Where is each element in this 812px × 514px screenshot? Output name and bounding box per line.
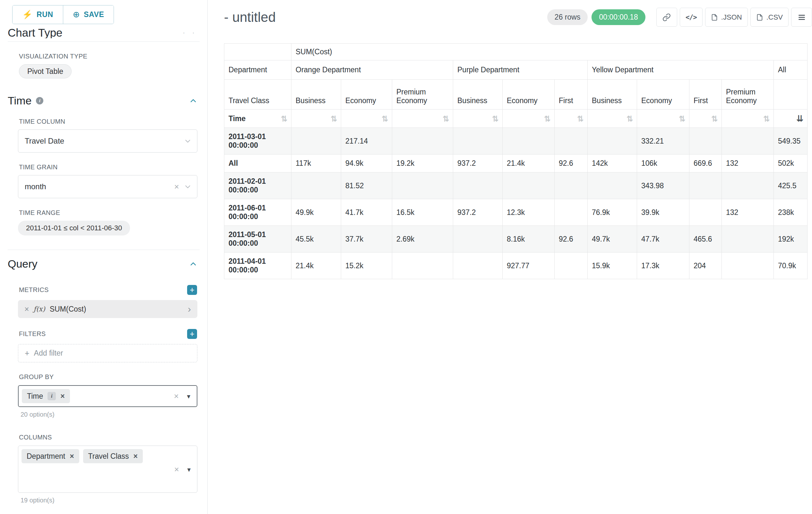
- pivot-metric-header: SUM(Cost): [291, 44, 808, 60]
- time-grain-label: TIME GRAIN: [19, 164, 197, 171]
- visualization-type-chip[interactable]: Pivot Table: [19, 64, 71, 78]
- sort-icon[interactable]: ⇅: [330, 114, 337, 123]
- time-range-chip[interactable]: 2011-01-01 ≤ col < 2011-06-30: [18, 221, 130, 236]
- time-column-select[interactable]: Travel Date: [18, 130, 197, 153]
- time-range-label: TIME RANGE: [19, 209, 197, 217]
- pivot-value-cell: 94.9k: [341, 155, 392, 172]
- pivot-value-cell: 70.9k: [774, 252, 808, 279]
- pivot-value-cell: [689, 128, 722, 155]
- pivot-value-cell: 465.6: [689, 226, 722, 252]
- sort-icon[interactable]: ⇅: [763, 114, 770, 123]
- copy-link-button[interactable]: [656, 8, 677, 27]
- sort-header-cell[interactable]: ⇅: [689, 110, 722, 128]
- sort-icon[interactable]: ⇅: [577, 114, 583, 123]
- pivot-value-cell: 217.14: [341, 128, 392, 155]
- divider: [8, 250, 200, 250]
- chart-toolbar: 26 rows 00:00:00.18 </> .JSON .CSV: [547, 8, 812, 27]
- sort-desc-icon[interactable]: ⇊: [796, 114, 803, 123]
- time-grain-select[interactable]: month ×: [18, 175, 197, 198]
- export-json-button[interactable]: .JSON: [705, 8, 748, 27]
- caret-down-icon[interactable]: ▾: [187, 393, 190, 400]
- caret-down-icon[interactable]: ▾: [187, 466, 191, 472]
- sort-icon[interactable]: ⇅: [544, 114, 550, 123]
- time-column-label: TIME COLUMN: [19, 118, 197, 125]
- pivot-col-header: Business: [291, 80, 341, 110]
- pivot-col-header: Economy: [341, 80, 392, 110]
- remove-chip-icon[interactable]: ×: [70, 452, 74, 461]
- sort-header-cell[interactable]: ⇅: [291, 110, 341, 128]
- columns-select[interactable]: Department × Travel Class × × ▾: [18, 445, 197, 493]
- add-filter-button[interactable]: + Add filter: [18, 344, 197, 362]
- add-metric-button[interactable]: +: [187, 285, 197, 295]
- pivot-value-cell: 204: [689, 252, 722, 279]
- embed-code-button[interactable]: </>: [680, 8, 702, 27]
- pivot-value-cell: [555, 172, 588, 199]
- menu-button[interactable]: [791, 8, 812, 27]
- sort-header-cell[interactable]: ⇅: [502, 110, 555, 128]
- pivot-row-dimension-label: Time⇅: [224, 110, 291, 128]
- sort-header-cell[interactable]: ⇅: [453, 110, 502, 128]
- chevron-down-icon: [184, 183, 191, 190]
- columns-chip-travel-class[interactable]: Travel Class ×: [83, 449, 143, 463]
- sort-header-cell[interactable]: ⇅: [392, 110, 453, 128]
- group-by-select[interactable]: Time i × × ▾: [18, 385, 197, 407]
- chart-title[interactable]: - untitled: [224, 10, 276, 25]
- sort-icon[interactable]: ⇅: [492, 114, 498, 123]
- columns-chip-department[interactable]: Department ×: [22, 449, 79, 463]
- pivot-col-header: First: [689, 80, 722, 110]
- sort-header-cell[interactable]: ⇅: [722, 110, 774, 128]
- remove-chip-icon[interactable]: ×: [134, 452, 138, 461]
- pivot-value-cell: 12.3k: [502, 199, 555, 226]
- remove-metric-icon[interactable]: ×: [24, 304, 29, 314]
- query-timer-badge: 00:00:00.18: [591, 9, 645, 25]
- sort-header-cell[interactable]: ⇅: [341, 110, 392, 128]
- run-button[interactable]: ⚡ RUN: [12, 5, 63, 24]
- chevron-right-icon[interactable]: ›: [188, 304, 191, 314]
- sort-header-cell[interactable]: ⇅: [588, 110, 637, 128]
- sort-header-cell[interactable]: ⇅: [555, 110, 588, 128]
- columns-chip-label: Travel Class: [88, 452, 129, 461]
- remove-chip-icon[interactable]: ×: [60, 392, 64, 401]
- pivot-value-cell: 92.6: [555, 155, 588, 172]
- sort-header-cell[interactable]: ⇊: [774, 110, 808, 128]
- pivot-value-cell: [502, 172, 555, 199]
- pivot-value-cell: 81.52: [341, 172, 392, 199]
- save-button[interactable]: ⊕ SAVE: [63, 5, 114, 24]
- pivot-value-cell: [555, 252, 588, 279]
- pivot-col-header: Economy: [502, 80, 555, 110]
- pivot-row-label: 2011-03-01 00:00:00: [224, 128, 291, 155]
- chart-panel: - untitled 26 rows 00:00:00.18 </> .JSON…: [224, 0, 812, 279]
- sort-icon[interactable]: ⇅: [382, 114, 388, 123]
- sort-icon[interactable]: ⇅: [443, 114, 449, 123]
- sort-icon[interactable]: ⇅: [711, 114, 718, 123]
- pivot-data-row: 2011-04-01 00:00:0021.4k15.2k927.7715.9k…: [224, 252, 808, 279]
- pivot-value-cell: 47.7k: [637, 226, 689, 252]
- pivot-value-cell: [722, 172, 774, 199]
- sort-icon[interactable]: ⇅: [679, 114, 685, 123]
- add-filter-plus-button[interactable]: +: [187, 329, 197, 339]
- metric-chip[interactable]: × ƒ(x) SUM(Cost) ›: [18, 300, 197, 318]
- query-collapse-button[interactable]: [190, 260, 197, 268]
- pivot-value-cell: 332.21: [637, 128, 689, 155]
- clear-icon[interactable]: ×: [174, 465, 179, 474]
- pivot-value-cell: [555, 199, 588, 226]
- pivot-value-cell: 16.5k: [392, 199, 453, 226]
- clear-icon[interactable]: ×: [174, 392, 179, 400]
- export-csv-button[interactable]: .CSV: [750, 8, 789, 27]
- hamburger-menu-icon: [798, 13, 806, 22]
- time-collapse-button[interactable]: [190, 97, 197, 105]
- clear-icon[interactable]: ×: [174, 183, 179, 191]
- sort-header-cell[interactable]: ⇅: [637, 110, 689, 128]
- sort-icon[interactable]: ⇅: [281, 114, 287, 123]
- pivot-value-cell: 2.69k: [392, 226, 453, 252]
- time-section-header: Time i: [8, 94, 197, 107]
- pivot-value-cell: [392, 172, 453, 199]
- groupby-chip-time[interactable]: Time i ×: [22, 389, 70, 403]
- pivot-value-cell: [588, 172, 637, 199]
- pivot-row-label: 2011-04-01 00:00:00: [224, 252, 291, 279]
- pivot-data-row: 2011-03-01 00:00:00217.14332.21549.35: [224, 128, 808, 155]
- filters-label: FILTERS: [19, 330, 46, 337]
- pivot-value-cell: 92.6: [555, 226, 588, 252]
- columns-chip-label: Department: [27, 452, 65, 461]
- sort-icon[interactable]: ⇅: [627, 114, 633, 123]
